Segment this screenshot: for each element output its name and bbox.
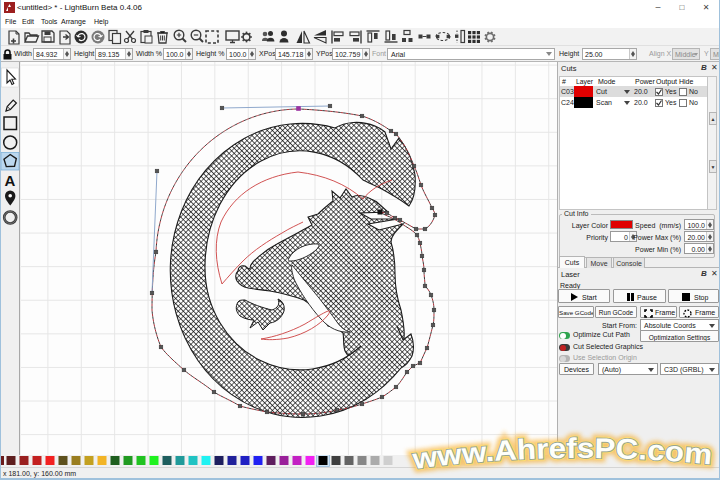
svg-text:A: A — [5, 172, 16, 189]
